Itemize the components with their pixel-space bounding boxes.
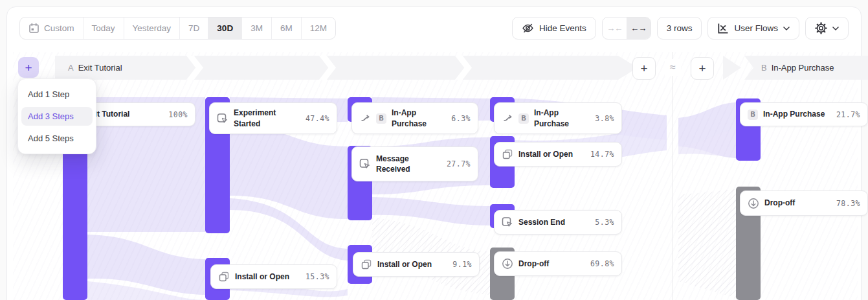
node-pct: 9.1% [449, 260, 472, 269]
add-step-button-panel-a[interactable]: + [632, 57, 656, 80]
click-event-icon [217, 113, 228, 124]
node-pct: 5.3% [591, 218, 614, 227]
node-dropoff-b[interactable]: Drop-off 78.3% [740, 190, 868, 216]
node-label: Install or Open [518, 149, 573, 159]
node-pct: 3.8% [591, 114, 614, 123]
node-label: Drop-off [764, 198, 795, 208]
node-label: In-App Purchase [392, 108, 432, 128]
node-pct: 21.7% [832, 110, 860, 119]
add-step-button-active[interactable]: + [18, 57, 39, 78]
flow-canvas: A Exit Tutorial B In-App Purchase + + + … [0, 0, 868, 300]
add-step-button-panel-b[interactable]: + [691, 57, 714, 80]
panel-a-header[interactable]: A Exit Tutorial [55, 56, 638, 80]
node-pct: 15.3% [302, 272, 329, 281]
node-install-or-open-step2[interactable]: Install or Open 15.3% [210, 264, 337, 289]
node-install-or-open-step3[interactable]: Install or Open 9.1% [353, 252, 480, 277]
node-inapp-purchase-b[interactable]: B In-App Purchase 21.7% [740, 102, 868, 126]
panel-divider [673, 52, 673, 300]
node-experiment-started[interactable]: Experiment Started 47.4% [209, 102, 337, 134]
node-pct: 6.3% [447, 114, 471, 123]
flow-to-icon [359, 113, 371, 124]
node-pct: 27.7% [443, 159, 471, 168]
app-windows-icon [218, 271, 230, 283]
menu-item-add-5-steps[interactable]: Add 5 Steps [21, 129, 93, 148]
node-dropoff-a[interactable]: Drop-off 69.8% [494, 251, 622, 276]
node-label: Message Received [376, 154, 421, 174]
node-message-received[interactable]: Message Received 27.7% [351, 146, 478, 181]
node-pct: 100% [164, 110, 188, 119]
node-label: In-App Purchase [534, 108, 574, 128]
badge-b: B [376, 113, 386, 124]
panel-a-letter: A [68, 63, 74, 73]
node-label: Session End [518, 217, 565, 227]
panel-a-title: Exit Tutorial [78, 63, 122, 73]
panel-b-title: In-App Purchase [772, 63, 834, 73]
add-steps-menu: Add 1 Step Add 3 Steps Add 5 Steps [17, 78, 96, 154]
dropoff-icon [502, 258, 513, 270]
node-label: Drop-off [518, 259, 549, 269]
node-pct: 78.3% [832, 199, 860, 208]
flow-to-icon [502, 113, 513, 124]
chevron-separator [186, 56, 203, 80]
chevron-separator [455, 56, 472, 80]
click-event-icon [359, 158, 371, 170]
node-pct: 47.4% [302, 114, 329, 123]
node-label: Install or Open [377, 259, 432, 270]
app-windows-icon [502, 148, 513, 160]
node-inapp-purchase-step4[interactable]: B In-App Purchase 3.8% [494, 102, 622, 134]
node-pct: 69.8% [586, 259, 614, 268]
menu-item-add-1-step[interactable]: Add 1 Step [21, 85, 93, 104]
node-label: Install or Open [235, 271, 289, 282]
node-session-end[interactable]: Session End 5.3% [494, 210, 622, 235]
node-pct: 14.7% [586, 150, 614, 159]
app-windows-icon [361, 259, 372, 270]
panel-b-header[interactable]: B In-App Purchase [744, 56, 868, 80]
badge-b: B [518, 113, 529, 124]
chevron-separator [319, 56, 336, 80]
node-inapp-purchase-step3[interactable]: B In-App Purchase 6.3% [351, 102, 478, 134]
user-flows-page: A Exit Tutorial B In-App Purchase + + + … [0, 0, 868, 300]
node-label: Experiment Started [234, 108, 289, 128]
menu-item-add-3-steps[interactable]: Add 3 Steps [21, 107, 93, 126]
click-event-icon [502, 216, 513, 228]
node-install-or-open-step4[interactable]: Install or Open 14.7% [494, 142, 622, 167]
badge-b: B [748, 110, 758, 120]
approx-symbol: ≈ [665, 59, 681, 76]
node-label: In-App Purchase [763, 109, 825, 119]
panel-b-letter: B [761, 63, 767, 73]
dropoff-icon [748, 198, 759, 209]
